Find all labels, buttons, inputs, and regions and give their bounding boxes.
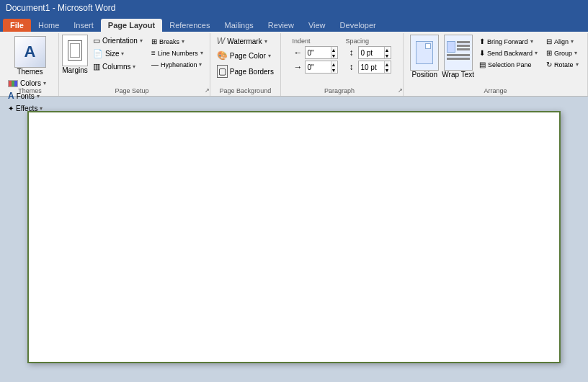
spacing-after-spinbox[interactable]: 10 pt ▲ ▼ (358, 61, 391, 74)
colors-arrow: ▾ (43, 80, 46, 86)
indent-right-up[interactable]: ▲ (331, 61, 337, 67)
spacing-before-spin-arrows[interactable]: ▲ ▼ (384, 47, 390, 58)
tab-page-layout[interactable]: Page Layout (101, 19, 162, 32)
align-button[interactable]: ⊟ Align ▾ (543, 36, 582, 47)
tab-developer[interactable]: Developer (333, 19, 383, 32)
indent-label: Indent (292, 37, 338, 45)
tab-mailings[interactable]: Mailings (217, 19, 260, 32)
spacing-after-spin-arrows[interactable]: ▲ ▼ (384, 61, 390, 73)
effects-button[interactable]: ✦ Effects ▾ (4, 103, 50, 114)
tab-references[interactable]: References (162, 19, 217, 32)
position-button[interactable]: Position (409, 35, 440, 79)
indent-right-spin-arrows[interactable]: ▲ ▼ (331, 61, 337, 73)
effects-arrow: ▾ (40, 105, 43, 112)
page-setup-dialog-icon[interactable]: ↗ (205, 87, 210, 94)
indent-right-down[interactable]: ▼ (331, 67, 337, 73)
hyphenation-button[interactable]: — Hyphenation ▾ (148, 59, 207, 70)
tab-view[interactable]: View (301, 19, 333, 32)
indent-left-icon: ← (292, 48, 303, 58)
wrap-text-label: Wrap Text (442, 71, 474, 79)
page-setup-group: Margins ▭ Orientation ▾ 📄 Size ▾ ▥ Colum… (59, 33, 210, 96)
indent-left-spinbox[interactable]: 0" ▲ ▼ (305, 46, 338, 59)
orientation-button[interactable]: ▭ Orientation ▾ (89, 35, 146, 47)
send-backward-button[interactable]: ⬇ Send Backward ▾ (476, 48, 541, 58)
line-numbers-button[interactable]: ≡ Line Numbers ▾ (148, 48, 207, 58)
page-background-group: W Watermark ▾ 🎨 Page Color ▾ ▢ Page Bord… (210, 33, 281, 96)
tab-home[interactable]: Home (31, 19, 66, 32)
indent-right-spinbox[interactable]: 0" ▲ ▼ (305, 61, 338, 74)
spacing-after-row: ↕ 10 pt ▲ ▼ (345, 61, 391, 74)
page-background-group-label: Page Background (210, 87, 280, 94)
position-label: Position (412, 71, 438, 79)
wrap-text-button[interactable]: Wrap Text (442, 35, 474, 79)
indent-left-down[interactable]: ▼ (331, 53, 337, 58)
spacing-after-up[interactable]: ▲ (384, 61, 390, 67)
indent-right-row: → 0" ▲ ▼ (292, 61, 338, 74)
themes-group-label: Themes (1, 87, 58, 94)
tab-review[interactable]: Review (261, 19, 301, 32)
spacing-before-row: ↕ 0 pt ▲ ▼ (345, 46, 391, 59)
tab-insert[interactable]: Insert (66, 19, 101, 32)
spacing-before-icon: ↕ (345, 48, 357, 58)
paragraph-dialog-icon[interactable]: ↗ (398, 87, 403, 94)
ribbon: A Themes Colors ▾ A Fonts ▾ ✦ Ef (0, 32, 588, 97)
watermark-button[interactable]: W Watermark ▾ (213, 35, 271, 48)
paragraph-group-label: Paragraph ↗ (281, 87, 403, 94)
columns-button[interactable]: ▥ Columns ▾ (89, 61, 146, 73)
page-borders-button[interactable]: ▢ Page Borders (213, 63, 277, 79)
spacing-before-down[interactable]: ▼ (384, 53, 390, 58)
rotate-button[interactable]: ↻ Rotate ▾ (543, 59, 582, 70)
indent-left-spin-arrows[interactable]: ▲ ▼ (331, 47, 337, 58)
page-setup-group-label: Page Setup ↗ (59, 87, 210, 94)
spacing-after-icon: ↕ (345, 62, 357, 72)
indent-right-icon: → (292, 62, 303, 72)
arrange-group: Position Wrap Text (404, 33, 588, 96)
indent-left-up[interactable]: ▲ (331, 47, 337, 53)
arrange-group-label: Arrange (404, 87, 587, 94)
ribbon-tabs-bar: File Home Insert Page Layout References … (0, 16, 588, 32)
document-page (27, 111, 561, 363)
title-bar: Document1 - Microsoft Word (0, 0, 588, 16)
paragraph-group: Indent ← 0" ▲ ▼ → 0" (281, 33, 404, 96)
document-area (0, 97, 588, 381)
indent-left-row: ← 0" ▲ ▼ (292, 46, 338, 59)
spacing-after-down[interactable]: ▼ (384, 67, 390, 73)
spacing-section: Spacing ↕ 0 pt ▲ ▼ ↕ 10 pt (345, 37, 391, 74)
themes-group: A Themes Colors ▾ A Fonts ▾ ✦ Ef (1, 33, 59, 96)
breaks-button[interactable]: ⊞ Breaks ▾ (148, 36, 207, 47)
spacing-label: Spacing (345, 37, 391, 45)
spacing-before-up[interactable]: ▲ (384, 47, 390, 53)
indent-section: Indent ← 0" ▲ ▼ → 0" (292, 37, 338, 74)
size-button[interactable]: 📄 Size ▾ (89, 48, 146, 60)
title-text: Document1 - Microsoft Word (6, 3, 116, 13)
themes-button[interactable]: A Themes (4, 35, 55, 77)
spacing-before-spinbox[interactable]: 0 pt ▲ ▼ (358, 46, 391, 59)
margins-button[interactable]: Margins (62, 35, 88, 74)
page-color-button[interactable]: 🎨 Page Color ▾ (213, 49, 275, 62)
tab-file[interactable]: File (3, 19, 31, 32)
selection-pane-button[interactable]: ▤ Selection Pane (476, 59, 541, 70)
margins-label: Margins (62, 66, 88, 74)
group-button[interactable]: ⊞ Group ▾ (543, 48, 582, 58)
bring-forward-button[interactable]: ⬆ Bring Forward ▾ (476, 36, 541, 47)
